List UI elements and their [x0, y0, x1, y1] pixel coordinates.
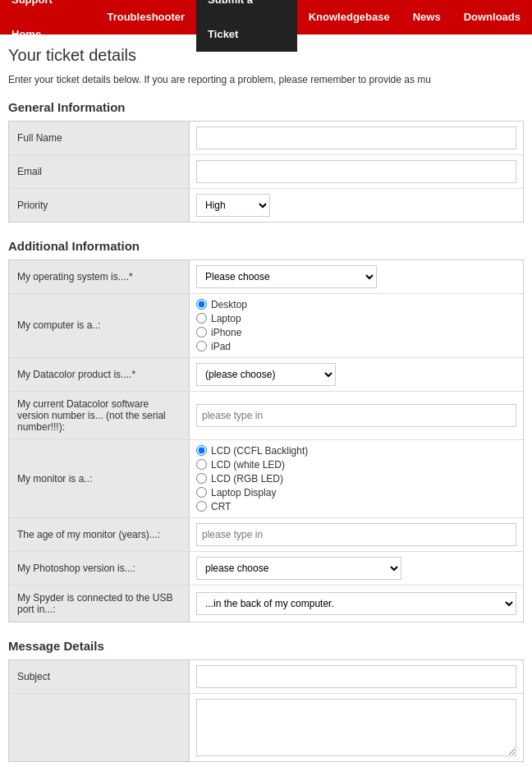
full-name-label: Full Name — [9, 122, 190, 154]
product-label: My Datacolor product is....* — [9, 358, 190, 391]
general-section-title: General Information — [8, 100, 524, 114]
photoshop-field: please choose CS6 CC CC 2014 CC 2015 CC … — [190, 552, 523, 585]
monitor-lcd-ccfl-label: LCD (CCFL Backlight) — [211, 445, 308, 457]
computer-ipad-label: iPad — [211, 341, 231, 352]
monitor-lcd-rgb-radio[interactable] — [196, 473, 207, 484]
additional-section-title: Additional Information — [8, 239, 524, 253]
computer-ipad-option[interactable]: iPad — [196, 341, 516, 352]
full-name-field — [190, 122, 523, 154]
nav-troubleshooter[interactable]: Troubleshooter — [95, 0, 196, 34]
computer-desktop-option[interactable]: Desktop — [196, 299, 516, 310]
nav-downloads[interactable]: Downloads — [452, 0, 532, 34]
computer-ipad-radio[interactable] — [196, 341, 207, 351]
computer-row: My computer is a..: Desktop Laptop iPhon… — [9, 294, 523, 358]
monitor-crt-option[interactable]: CRT — [196, 501, 516, 512]
software-label: My current Datacolor software version nu… — [9, 392, 190, 439]
full-name-input[interactable] — [196, 126, 516, 149]
computer-laptop-option[interactable]: Laptop — [196, 313, 516, 324]
os-select[interactable]: Please choose Windows 10 Windows 8 Windo… — [196, 265, 377, 288]
software-row: My current Datacolor software version nu… — [9, 392, 523, 440]
os-label: My operating system is....* — [9, 260, 190, 293]
monitor-age-label: The age of my monitor (years)...: — [9, 518, 190, 551]
product-field: (please choose) Spyder5 Spyder4 Spyder3 … — [190, 358, 523, 391]
monitor-age-field — [190, 518, 523, 551]
monitor-crt-radio[interactable] — [196, 501, 207, 512]
monitor-lcd-white-option[interactable]: LCD (white LED) — [196, 459, 516, 471]
body-row — [9, 694, 523, 761]
email-field-container — [190, 155, 523, 188]
monitor-crt-label: CRT — [211, 501, 231, 512]
monitor-age-row: The age of my monitor (years)...: — [9, 518, 523, 552]
photoshop-select[interactable]: please choose CS6 CC CC 2014 CC 2015 CC … — [196, 557, 401, 580]
nav-submit-ticket[interactable]: Submit a Ticket — [196, 0, 297, 52]
monitor-laptop-label: Laptop Display — [211, 487, 276, 498]
subject-label: Subject — [9, 660, 190, 693]
product-row: My Datacolor product is....* (please cho… — [9, 358, 523, 392]
body-textarea[interactable] — [196, 699, 516, 756]
subject-field — [190, 660, 523, 693]
navigation: Support Home Troubleshooter Submit a Tic… — [0, 0, 532, 34]
monitor-lcd-rgb-label: LCD (RGB LED) — [211, 473, 283, 485]
priority-row: Priority High Normal Low — [9, 189, 523, 222]
priority-select[interactable]: High Normal Low — [196, 194, 270, 217]
message-section-title: Message Details — [8, 639, 524, 653]
computer-desktop-label: Desktop — [211, 299, 247, 310]
monitor-lcd-rgb-option[interactable]: LCD (RGB LED) — [196, 473, 516, 485]
monitor-lcd-ccfl-radio[interactable] — [196, 445, 207, 456]
subject-row: Subject — [9, 660, 523, 694]
page-content: Your ticket details Enter your ticket de… — [0, 34, 532, 767]
product-select[interactable]: (please choose) Spyder5 Spyder4 Spyder3 … — [196, 363, 336, 386]
spyder-row: My Spyder is connected to the USB port i… — [9, 586, 523, 622]
full-name-row: Full Name — [9, 122, 523, 155]
nav-news[interactable]: News — [401, 0, 452, 34]
monitor-lcd-ccfl-option[interactable]: LCD (CCFL Backlight) — [196, 445, 516, 457]
additional-section: My operating system is....* Please choos… — [8, 259, 524, 622]
page-description: Enter your ticket details below. If you … — [8, 73, 524, 87]
computer-iphone-label: iPhone — [211, 327, 241, 338]
general-section: Full Name Email Priority High Normal Low — [8, 121, 524, 223]
nav-support-home[interactable]: Support Home — [0, 0, 95, 52]
nav-knowledgebase[interactable]: Knowledgebase — [297, 0, 401, 34]
monitor-radio-group: LCD (CCFL Backlight) LCD (white LED) LCD… — [190, 440, 523, 517]
subject-input[interactable] — [196, 665, 516, 688]
computer-laptop-radio[interactable] — [196, 313, 207, 324]
computer-radio-group: Desktop Laptop iPhone iPad — [190, 294, 523, 357]
computer-label: My computer is a..: — [9, 294, 190, 357]
monitor-laptop-radio[interactable] — [196, 487, 207, 498]
spyder-label: My Spyder is connected to the USB port i… — [9, 586, 190, 622]
message-section: Subject — [8, 659, 524, 762]
body-field — [190, 694, 523, 761]
software-input[interactable] — [196, 404, 516, 427]
email-row: Email — [9, 155, 523, 189]
priority-label: Priority — [9, 189, 190, 222]
os-row: My operating system is....* Please choos… — [9, 260, 523, 294]
software-field — [190, 392, 523, 439]
computer-desktop-radio[interactable] — [196, 299, 207, 310]
computer-iphone-option[interactable]: iPhone — [196, 327, 516, 338]
priority-field: High Normal Low — [190, 189, 523, 222]
body-label — [9, 694, 190, 761]
monitor-age-input[interactable] — [196, 523, 516, 546]
monitor-lcd-white-label: LCD (white LED) — [211, 459, 285, 471]
spyder-field: ...in the back of my computer. ...in the… — [190, 586, 523, 622]
photoshop-row: My Photoshop version is...: please choos… — [9, 552, 523, 586]
monitor-lcd-white-radio[interactable] — [196, 459, 207, 470]
email-input[interactable] — [196, 160, 516, 183]
spyder-select[interactable]: ...in the back of my computer. ...in the… — [196, 592, 516, 615]
os-field: Please choose Windows 10 Windows 8 Windo… — [190, 260, 523, 293]
monitor-row: My monitor is a..: LCD (CCFL Backlight) … — [9, 440, 523, 518]
monitor-label: My monitor is a..: — [9, 440, 190, 517]
computer-laptop-label: Laptop — [211, 313, 241, 324]
photoshop-label: My Photoshop version is...: — [9, 552, 190, 585]
computer-iphone-radio[interactable] — [196, 327, 207, 338]
email-label: Email — [9, 155, 190, 188]
monitor-laptop-option[interactable]: Laptop Display — [196, 487, 516, 498]
